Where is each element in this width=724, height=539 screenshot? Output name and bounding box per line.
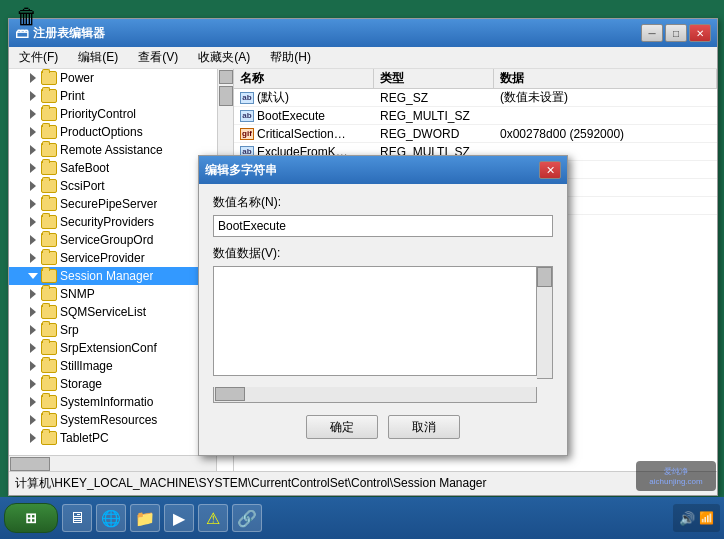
start-button[interactable]: ⊞: [4, 503, 58, 533]
network-icon: 🔗: [237, 509, 257, 528]
media-icon: ▶: [173, 509, 185, 528]
dialog-close-button[interactable]: ✕: [539, 161, 561, 179]
dialog-title: 编辑多字符串: [205, 162, 277, 179]
show-desktop-button[interactable]: 🖥: [62, 504, 92, 532]
system-tray: 🔊 📶: [673, 504, 720, 532]
browser-icon: 🌐: [101, 509, 121, 528]
value-data-vscrollbar[interactable]: [537, 266, 553, 379]
folder-icon: 📁: [135, 509, 155, 528]
value-data-hscrollbar[interactable]: [213, 387, 537, 403]
windows-logo-icon: ⊞: [25, 510, 37, 526]
ok-button[interactable]: 确定: [306, 415, 378, 439]
vscrollbar-thumb[interactable]: [537, 267, 552, 287]
dialog-body: 数值名称(N): 数值数据(V): 确定 取消: [199, 184, 567, 455]
network-button[interactable]: 🔗: [232, 504, 262, 532]
folder-button[interactable]: 📁: [130, 504, 160, 532]
network-tray-icon: 📶: [699, 511, 714, 525]
edit-multistring-dialog: 编辑多字符串 ✕ 数值名称(N): 数值数据(V): 确定 取消: [198, 155, 568, 456]
value-data-textarea[interactable]: [213, 266, 537, 376]
desktop-icon: 🖥: [69, 509, 85, 527]
dialog-titlebar: 编辑多字符串 ✕: [199, 156, 567, 184]
value-name-input[interactable]: [213, 215, 553, 237]
warning-icon: ⚠: [206, 509, 220, 528]
speaker-icon: 🔊: [679, 511, 695, 526]
dialog-buttons: 确定 取消: [213, 411, 553, 445]
media-button[interactable]: ▶: [164, 504, 194, 532]
value-name-label: 数值名称(N):: [213, 194, 553, 211]
hscrollbar-thumb[interactable]: [215, 387, 245, 401]
taskbar: ⊞ 🖥 🌐 📁 ▶ ⚠ 🔗 🔊 📶: [0, 497, 724, 539]
browser-button[interactable]: 🌐: [96, 504, 126, 532]
warning-button[interactable]: ⚠: [198, 504, 228, 532]
value-data-wrap: [213, 266, 553, 379]
value-data-label: 数值数据(V):: [213, 245, 553, 262]
cancel-button[interactable]: 取消: [388, 415, 460, 439]
dialog-overlay: 编辑多字符串 ✕ 数值名称(N): 数值数据(V): 确定 取消: [0, 0, 724, 539]
